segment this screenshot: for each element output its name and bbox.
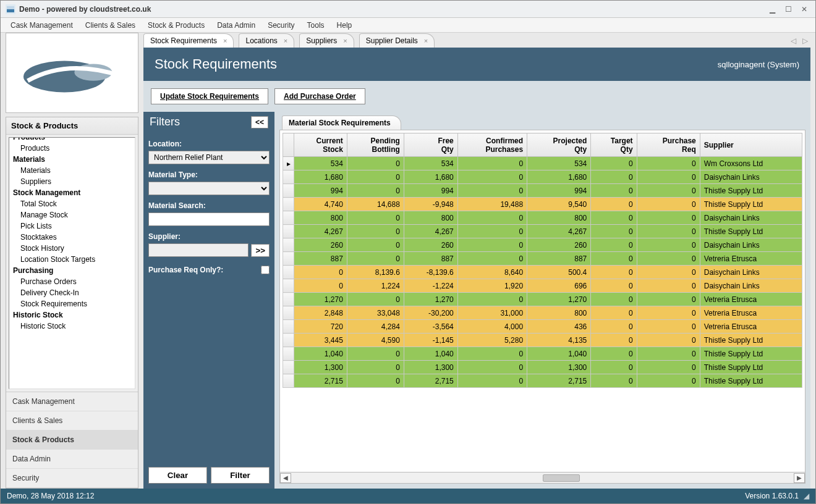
cell-supplier[interactable]: Thistle Supply Ltd: [700, 347, 802, 361]
cell[interactable]: 0: [347, 170, 404, 184]
cell[interactable]: 1,270: [527, 293, 591, 306]
cell[interactable]: 0: [591, 279, 637, 293]
table-row[interactable]: 2,84833,048-30,20031,00080000Vetreria Et…: [283, 306, 802, 320]
add-purchase-order-button[interactable]: Add Purchase Order: [274, 88, 365, 104]
table-row[interactable]: 9940994099400Thistle Supply Ltd: [283, 184, 802, 198]
cell[interactable]: 2,715: [527, 374, 591, 388]
cell[interactable]: 0: [591, 361, 637, 374]
nav-item-total-stock[interactable]: Total Stock: [9, 198, 135, 209]
cell-supplier[interactable]: Wm Croxsons Ltd: [700, 157, 802, 170]
cell[interactable]: 0: [591, 170, 637, 184]
nav-item-materials[interactable]: Materials: [9, 165, 135, 176]
filter-button[interactable]: Filter: [211, 467, 270, 484]
cell[interactable]: 720: [294, 320, 347, 334]
row-header[interactable]: [283, 211, 294, 225]
cell[interactable]: 0: [637, 347, 700, 361]
cell[interactable]: 0: [591, 266, 637, 279]
col-free-qty[interactable]: FreeQty: [404, 133, 457, 157]
cell[interactable]: 0: [637, 252, 700, 266]
cell[interactable]: 0: [591, 347, 637, 361]
cell[interactable]: 800: [404, 211, 457, 225]
cell[interactable]: 2,848: [294, 306, 347, 320]
cell[interactable]: -3,564: [404, 320, 457, 334]
nav-section-stock-products[interactable]: Stock & Products: [6, 430, 138, 450]
cell[interactable]: 0: [637, 157, 700, 170]
table-row[interactable]: 2600260026000Daisychain Links: [283, 238, 802, 252]
cell[interactable]: 0: [637, 320, 700, 334]
nav-item-stock-requirements[interactable]: Stock Requirements: [9, 298, 135, 309]
cell[interactable]: 0: [347, 374, 404, 388]
table-row[interactable]: 1,04001,04001,04000Thistle Supply Ltd: [283, 347, 802, 361]
cell[interactable]: 1,680: [294, 170, 347, 184]
cell[interactable]: 534: [527, 157, 591, 170]
cell[interactable]: 33,048: [347, 306, 404, 320]
row-header[interactable]: [283, 225, 294, 238]
cell[interactable]: 4,267: [294, 225, 347, 238]
cell[interactable]: 260: [404, 238, 457, 252]
cell[interactable]: 4,590: [347, 334, 404, 347]
cell-supplier[interactable]: Vetreria Etrusca: [700, 320, 802, 334]
cell[interactable]: 260: [294, 238, 347, 252]
col-confirmed-purchases[interactable]: ConfirmedPurchases: [457, 133, 527, 157]
row-header[interactable]: [283, 238, 294, 252]
cell[interactable]: 887: [527, 252, 591, 266]
cell[interactable]: 0: [637, 225, 700, 238]
nav-section-security[interactable]: Security: [6, 469, 138, 488]
cell[interactable]: 887: [404, 252, 457, 266]
cell[interactable]: 0: [591, 225, 637, 238]
cell[interactable]: 4,267: [404, 225, 457, 238]
cell[interactable]: 436: [527, 320, 591, 334]
cell[interactable]: -1,145: [404, 334, 457, 347]
menu-clients-sales[interactable]: Clients & Sales: [79, 19, 142, 32]
cell[interactable]: 4,000: [457, 320, 527, 334]
cell[interactable]: 0: [591, 184, 637, 198]
tab-locations[interactable]: Locations×: [239, 33, 294, 48]
tab-prev-icon[interactable]: ◁: [791, 36, 796, 45]
cell[interactable]: 0: [347, 157, 404, 170]
nav-item-suppliers[interactable]: Suppliers: [9, 176, 135, 187]
table-row[interactable]: 7204,284-3,5644,00043600Vetreria Etrusca: [283, 320, 802, 334]
cell[interactable]: 887: [294, 252, 347, 266]
cell[interactable]: 1,300: [527, 361, 591, 374]
close-icon[interactable]: ×: [343, 37, 347, 44]
row-header[interactable]: [283, 361, 294, 374]
nav-item-pick-lists[interactable]: Pick Lists: [9, 220, 135, 232]
menu-data-admin[interactable]: Data Admin: [211, 19, 261, 32]
table-row[interactable]: 2,71502,71502,71500Thistle Supply Ltd: [283, 374, 802, 388]
row-header[interactable]: [283, 279, 294, 293]
cell[interactable]: 4,135: [527, 334, 591, 347]
row-header[interactable]: [283, 252, 294, 266]
cell-supplier[interactable]: Thistle Supply Ltd: [700, 334, 802, 347]
cell[interactable]: 800: [294, 211, 347, 225]
cell[interactable]: 260: [527, 238, 591, 252]
row-header[interactable]: [283, 306, 294, 320]
col-current-stock[interactable]: CurrentStock: [294, 133, 347, 157]
supplier-input[interactable]: [148, 243, 249, 257]
scroll-left-icon[interactable]: ◀: [280, 473, 291, 483]
col-pending-bottling[interactable]: PendingBottling: [347, 133, 404, 157]
cell[interactable]: 0: [347, 225, 404, 238]
cell[interactable]: 1,300: [404, 361, 457, 374]
cell[interactable]: 4,267: [527, 225, 591, 238]
cell[interactable]: 1,680: [404, 170, 457, 184]
close-icon[interactable]: ×: [223, 37, 227, 44]
cell[interactable]: 0: [294, 279, 347, 293]
cell[interactable]: 800: [527, 306, 591, 320]
cell[interactable]: 800: [527, 211, 591, 225]
cell[interactable]: 0: [637, 266, 700, 279]
tab-next-icon[interactable]: ▷: [802, 36, 808, 45]
maximize-button[interactable]: ☐: [782, 4, 794, 15]
table-row[interactable]: 1,27001,27001,27000Vetreria Etrusca: [283, 293, 802, 306]
cell[interactable]: 0: [457, 184, 527, 198]
cell[interactable]: 1,040: [527, 347, 591, 361]
cell[interactable]: 0: [591, 374, 637, 388]
cell[interactable]: 0: [347, 361, 404, 374]
table-row[interactable]: 4,74014,688-9,94819,4889,54000Thistle Su…: [283, 198, 802, 211]
cell[interactable]: 0: [347, 293, 404, 306]
col-supplier[interactable]: Supplier: [700, 133, 802, 157]
cell[interactable]: 1,040: [294, 347, 347, 361]
cell[interactable]: 2,715: [404, 374, 457, 388]
update-stock-requirements-button[interactable]: Update Stock Requirements: [151, 88, 268, 104]
table-row[interactable]: 01,224-1,2241,92069600Daisychain Links: [283, 279, 802, 293]
cell[interactable]: 994: [294, 184, 347, 198]
